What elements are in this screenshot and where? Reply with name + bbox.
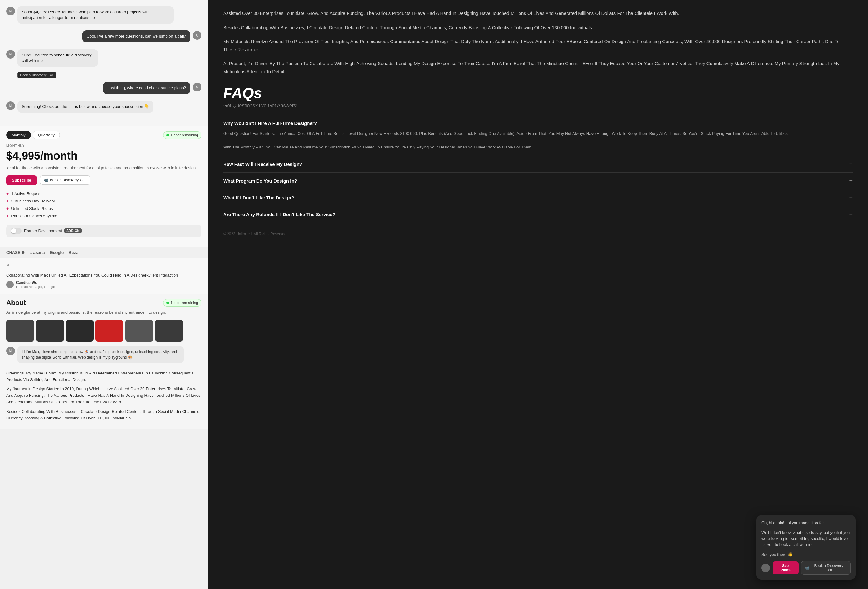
about-chat-row: M Hi I'm Max, I love shredding the snow … [6, 346, 202, 366]
about-description: An inside glance at my origins and passi… [6, 309, 202, 316]
book-discovery-call-bottom-button[interactable]: 📹 Book a Discovery Call [801, 561, 851, 575]
avatar-received-1: M [6, 7, 15, 16]
chat-area: M So for $4,295: Perfect for those who p… [0, 0, 208, 125]
faq-plus-icon-2: + [849, 161, 852, 167]
toggle-knob [11, 229, 16, 233]
feature-1: 1 Active Request [6, 190, 202, 198]
quarterly-tab[interactable]: Quarterly [33, 130, 60, 140]
faqs-title: FAQs [223, 85, 852, 102]
addon-name: Framer Development [24, 229, 62, 233]
faq-question-3: What Program Do You Design In? [223, 178, 297, 183]
chat-bubble-received-3: Sure thing! Check out the plans below an… [17, 101, 154, 112]
logo-buzz: Buzz [68, 250, 78, 255]
about-bio-1: Greetings, My Name Is Max. My Mission Is… [6, 370, 202, 383]
left-panel: M So for $4,295: Perfect for those who p… [0, 0, 208, 589]
author-name: Candice Wu [16, 280, 55, 285]
video-icon-bottom: 📹 [805, 566, 810, 570]
pricing-tabs-row: Monthly Quarterly 1 spot remaining [6, 130, 202, 140]
logo-asana: ○ asana [30, 250, 45, 255]
bottom-chat-greeting: Oh, hi again! Lol you made it so far... [761, 520, 851, 526]
faq-question-2: How Fast Will I Receive My Design? [223, 161, 302, 167]
right-bio-3: My Materials Revolve Around The Provisio… [223, 37, 852, 53]
chat-message-1: M So for $4,295: Perfect for those who p… [6, 6, 202, 27]
author-info: Candice Wu Product Manager, Google [16, 280, 55, 289]
book-discovery-call-button[interactable]: 📹 Book a Discovery Call [40, 176, 90, 185]
avatar-received-3: M [6, 101, 15, 110]
about-section: About 1 spot remaining An inside glance … [0, 294, 208, 430]
faq-header-5[interactable]: Are There Any Refunds If I Don't Like Th… [223, 211, 852, 218]
about-spot-text: 1 spot remaining [170, 301, 198, 305]
faq-item-2: How Fast Will I Receive My Design? + [223, 156, 852, 172]
feature-2: 2 Business Day Delivery [6, 198, 202, 205]
faq-plus-icon-5: + [849, 211, 852, 218]
book-call-label: Book a Discovery Call [811, 564, 847, 572]
faq-header-2[interactable]: How Fast Will I Receive My Design? + [223, 161, 852, 167]
about-bio-3: Besides Collaborating With Businesses, I… [6, 409, 202, 422]
faq-answer-para-2: With The Monthly Plan, You Can Pause And… [223, 144, 852, 151]
addon-tag: ADD-ON [65, 229, 81, 233]
see-plans-button[interactable]: See Plans [772, 561, 799, 574]
video-icon: 📹 [44, 178, 48, 182]
chat-message-4: U Last thing, where can I check out the … [6, 82, 202, 97]
chat-message-5: M Sure thing! Check out the plans below … [6, 101, 202, 116]
spot-remaining-badge: 1 spot remaining [163, 131, 202, 139]
chat-bubble-group-3: Sure! Feel free to schedule a discovery … [17, 49, 118, 78]
bottom-avatar [761, 564, 770, 572]
plan-description: Ideal for those with a consistent requir… [6, 165, 202, 171]
plan-label: MONTHLY [6, 144, 202, 148]
discovery-label: Book a Discovery Call [50, 178, 86, 182]
logo-chase: CHASE ⊕ [6, 250, 25, 255]
spot-badge-text: 1 spot remaining [170, 133, 198, 137]
faq-header-4[interactable]: What If I Don't Like The Design? + [223, 194, 852, 201]
faq-question-4: What If I Don't Like The Design? [223, 195, 294, 200]
about-avatar: M [6, 347, 15, 355]
bottom-chat-actions: See Plans 📹 Book a Discovery Call [761, 561, 851, 575]
about-title: About [6, 299, 26, 307]
book-discovery-call-inline-button[interactable]: Book a Discovery Call [17, 72, 56, 78]
photo-3 [66, 320, 94, 342]
bottom-chat-widget: Oh, hi again! Lol you made it so far... … [756, 515, 856, 580]
avatar-sent-2: U [193, 83, 202, 92]
chat-message-2: U Cool, I've a few more questions, can w… [6, 30, 202, 45]
faq-minus-icon-1: − [849, 120, 852, 127]
quote-marks: ❝ [6, 263, 202, 270]
photo-5 [125, 320, 153, 342]
faq-question-5: Are There Any Refunds If I Don't Like Th… [223, 212, 335, 217]
addon-toggle[interactable] [10, 228, 22, 234]
plan-price: $4,995/month [6, 149, 202, 162]
faq-item-5: Are There Any Refunds If I Don't Like Th… [223, 206, 852, 223]
faq-plus-icon-4: + [849, 194, 852, 201]
features-list: 1 Active Request 2 Business Day Delivery… [6, 190, 202, 220]
subscribe-button[interactable]: Subscribe [6, 176, 37, 185]
monthly-tab[interactable]: Monthly [6, 130, 31, 140]
faq-plus-icon-3: + [849, 178, 852, 184]
faqs-subtitle: Got Questions? I've Got Answers! [223, 103, 852, 108]
about-spot-badge: 1 spot remaining [163, 299, 202, 307]
photo-2 [36, 320, 64, 342]
feature-4: Pause Or Cancel Anytime [6, 213, 202, 220]
author-avatar [6, 281, 14, 288]
faq-header-3[interactable]: What Program Do You Design In? + [223, 178, 852, 184]
photo-4 [96, 320, 123, 342]
right-bio-1: Assisted Over 30 Enterprises To Initiate… [223, 9, 852, 17]
chat-bubble-received-2: Sure! Feel free to schedule a discovery … [17, 49, 98, 66]
author-role: Product Manager, Google [16, 285, 55, 289]
about-bio-2: My Journey In Design Started In 2019, Du… [6, 386, 202, 405]
avatar-sent-1: U [193, 31, 202, 40]
right-bio-4: At Present, I'm Driven By The Passion To… [223, 59, 852, 75]
faq-question-1: Why Wouldn't I Hire A Full-Time Designer… [223, 121, 317, 126]
faq-item-1: Why Wouldn't I Hire A Full-Time Designer… [223, 115, 852, 156]
pricing-section: Monthly Quarterly 1 spot remaining MONTH… [0, 125, 208, 247]
bottom-chat-message2: See you there 👋 [761, 552, 851, 558]
chat-message-3: M Sure! Feel free to schedule a discover… [6, 49, 202, 78]
bottom-chat-message1: Well I don't know what else to say, but … [761, 530, 851, 548]
logo-google: Google [50, 250, 63, 255]
faq-header-1[interactable]: Why Wouldn't I Hire A Full-Time Designer… [223, 120, 852, 127]
addon-row: Framer Development ADD-ON [6, 225, 202, 237]
faq-answer-1: Good Question! For Starters, The Annual … [223, 130, 852, 151]
about-chat-bubble: Hi I'm Max, I love shredding the snow 🏂 … [17, 346, 183, 363]
photo-1 [6, 320, 34, 342]
chat-bubble-sent-2: Last thing, where can I check out the pl… [103, 82, 190, 94]
chat-bubble-received-1: So for $4,295: Perfect for those who pla… [17, 6, 174, 24]
right-bio-2: Besides Collaborating With Businesses, I… [223, 24, 852, 32]
